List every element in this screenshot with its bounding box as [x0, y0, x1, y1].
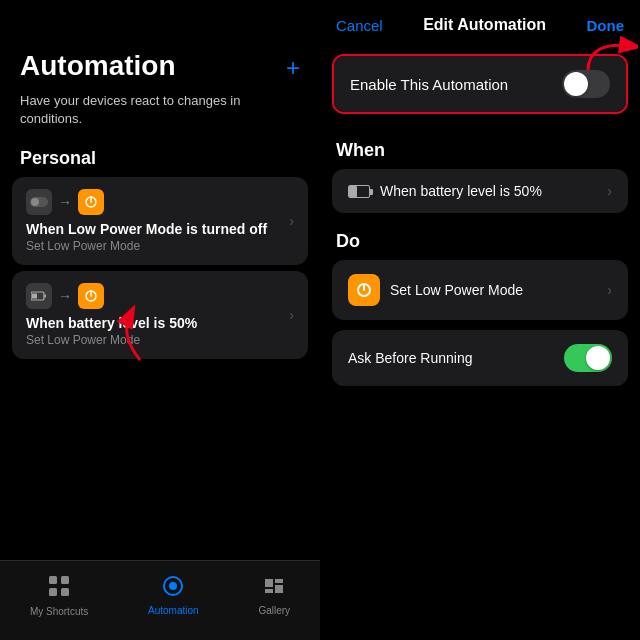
- header-title: Edit Automation: [423, 16, 546, 34]
- left-header: Automation +: [0, 0, 320, 92]
- svg-rect-12: [49, 588, 57, 596]
- enable-automation-wrapper: Enable This Automation: [332, 54, 628, 114]
- do-icon-badge: [348, 274, 380, 306]
- shortcuts-icon: [48, 575, 70, 602]
- item-title-2: When battery level is 50%: [26, 315, 289, 331]
- item-icons-1: →: [26, 189, 289, 215]
- item-subtitle-2: Set Low Power Mode: [26, 333, 289, 347]
- power-icon-2: [78, 283, 104, 309]
- do-row[interactable]: Set Low Power Mode ›: [332, 260, 628, 320]
- page-title: Automation: [20, 50, 176, 82]
- item-subtitle-1: Set Low Power Mode: [26, 239, 289, 253]
- enable-automation-row: Enable This Automation: [334, 56, 626, 112]
- tab-label-gallery: Gallery: [258, 605, 290, 616]
- arrow-icon-2: →: [58, 288, 72, 304]
- tab-bar: My Shortcuts Automation Gallery: [0, 560, 320, 640]
- svg-rect-13: [61, 588, 69, 596]
- right-panel: Cancel Edit Automation Done Enable This …: [320, 0, 640, 640]
- tab-automation[interactable]: Automation: [148, 575, 199, 616]
- subtitle: Have your devices react to changes in co…: [0, 92, 320, 138]
- item-content-1: → When Low Power Mode is turned off Set …: [26, 189, 289, 253]
- chevron-icon-1: ›: [289, 213, 294, 229]
- item-content-2: → When battery level is 50% Set Low Powe…: [26, 283, 289, 347]
- right-header: Cancel Edit Automation Done: [320, 0, 640, 44]
- tab-my-shortcuts[interactable]: My Shortcuts: [30, 575, 88, 617]
- cancel-button[interactable]: Cancel: [336, 17, 383, 34]
- when-row-label: When battery level is 50%: [380, 183, 542, 199]
- svg-point-15: [169, 582, 177, 590]
- ask-toggle-thumb: [586, 346, 610, 370]
- do-section-header: Do: [320, 215, 640, 260]
- section-label: Personal: [0, 138, 320, 177]
- svg-point-1: [31, 198, 39, 206]
- arrow-icon: →: [58, 194, 72, 210]
- gallery-icon: [263, 575, 285, 601]
- ask-before-running-toggle[interactable]: [564, 344, 612, 372]
- enable-automation-label: Enable This Automation: [350, 76, 508, 93]
- svg-rect-5: [44, 295, 46, 298]
- enable-automation-toggle[interactable]: [562, 70, 610, 98]
- item-title-1: When Low Power Mode is turned off: [26, 221, 289, 237]
- add-icon[interactable]: +: [286, 54, 300, 82]
- battery-level-icon: [348, 185, 370, 198]
- when-row-content: When battery level is 50%: [348, 183, 542, 199]
- done-button[interactable]: Done: [587, 17, 625, 34]
- toggle-thumb: [564, 72, 588, 96]
- ask-row-label: Ask Before Running: [348, 350, 473, 366]
- when-row[interactable]: When battery level is 50% ›: [332, 169, 628, 213]
- when-section-header: When: [320, 124, 640, 169]
- do-row-content: Set Low Power Mode: [348, 274, 523, 306]
- tab-label-shortcuts: My Shortcuts: [30, 606, 88, 617]
- toggle-icon: [26, 189, 52, 215]
- do-row-label: Set Low Power Mode: [390, 282, 523, 298]
- ask-before-running-row: Ask Before Running: [332, 330, 628, 386]
- tab-label-automation: Automation: [148, 605, 199, 616]
- power-icon: [78, 189, 104, 215]
- svg-rect-11: [61, 576, 69, 584]
- item-icons-2: →: [26, 283, 289, 309]
- do-chevron-icon: ›: [607, 282, 612, 298]
- automation-item-2[interactable]: → When battery level is 50% Set Low Powe…: [12, 271, 308, 359]
- tab-gallery[interactable]: Gallery: [258, 575, 290, 616]
- svg-rect-10: [49, 576, 57, 584]
- when-chevron-icon: ›: [607, 183, 612, 199]
- left-panel: Automation + Have your devices react to …: [0, 0, 320, 640]
- chevron-icon-2: ›: [289, 307, 294, 323]
- battery-icon: [26, 283, 52, 309]
- automation-tab-icon: [162, 575, 184, 601]
- automation-list: → When Low Power Mode is turned off Set …: [0, 177, 320, 363]
- svg-rect-6: [32, 294, 37, 299]
- automation-item-1[interactable]: → When Low Power Mode is turned off Set …: [12, 177, 308, 265]
